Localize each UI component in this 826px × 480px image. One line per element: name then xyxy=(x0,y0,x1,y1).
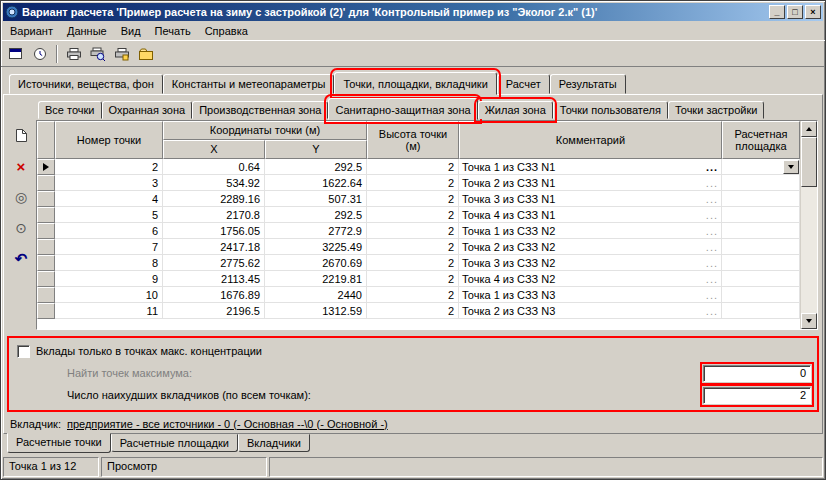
row-selector[interactable] xyxy=(37,223,55,239)
cell-point-number[interactable]: 2 xyxy=(55,159,163,175)
row-selector[interactable] xyxy=(37,287,55,303)
comment-ellipsis-button[interactable]: ... xyxy=(703,161,721,173)
row-selector[interactable] xyxy=(37,239,55,255)
main-tab[interactable]: Расчет xyxy=(497,74,550,94)
cell-height[interactable]: 2 xyxy=(367,303,459,319)
zone-tab[interactable]: Точки застройки xyxy=(668,101,765,119)
cell-point-number[interactable]: 7 xyxy=(55,239,163,255)
scrollbar-thumb[interactable] xyxy=(801,137,817,187)
main-tab[interactable]: Источники, вещества, фон xyxy=(9,74,163,94)
max-points-field[interactable]: 0 xyxy=(703,365,811,382)
zone-tab[interactable]: Все точки xyxy=(38,101,102,119)
cell-y[interactable]: 2440 xyxy=(265,287,367,303)
scroll-down-button[interactable] xyxy=(801,313,817,329)
header-comment[interactable]: Комментарий xyxy=(459,121,722,159)
table-row[interactable]: 10 1676.89 2440 2 Точка 1 из СЗЗ N3 ... … xyxy=(37,287,800,303)
cell-calc-area[interactable] xyxy=(722,175,800,191)
table-row[interactable]: 4 2289.16 507.31 2 Точка 3 из СЗЗ N1 ...… xyxy=(37,191,800,207)
header-point-height[interactable]: Высота точки (м) xyxy=(367,121,459,159)
cell-point-number[interactable]: 3 xyxy=(55,175,163,191)
header-x[interactable]: X xyxy=(163,140,265,159)
scroll-up-button[interactable] xyxy=(801,121,817,137)
cell-height[interactable]: 2 xyxy=(367,239,459,255)
main-tab[interactable]: Константы и метеопараметры xyxy=(163,74,335,94)
cell-point-number[interactable]: 10 xyxy=(55,287,163,303)
cell-comment[interactable]: Точка 4 из СЗЗ N1 ... ... xyxy=(459,207,722,223)
row-selector[interactable] xyxy=(37,207,55,223)
bottom-tab[interactable]: Расчетные площадки xyxy=(111,434,238,452)
cell-comment[interactable]: Точка 1 из СЗЗ N3 ... ... xyxy=(459,287,722,303)
table-row[interactable]: 5 2170.8 292.5 2 Точка 4 из СЗЗ N1 ... .… xyxy=(37,207,800,223)
close-button[interactable]: × xyxy=(805,5,821,19)
table-row[interactable]: 6 1756.05 2772.9 2 Точка 1 из СЗЗ N2 ...… xyxy=(37,223,800,239)
cell-calc-area[interactable] xyxy=(722,159,800,175)
cell-comment[interactable]: Точка 4 из СЗЗ N2 ... ... xyxy=(459,271,722,287)
cell-y[interactable]: 1622.64 xyxy=(265,175,367,191)
cell-calc-area[interactable] xyxy=(722,271,800,287)
cell-comment[interactable]: Точка 3 из СЗЗ N1 ... ... xyxy=(459,191,722,207)
menu-item[interactable]: Вариант xyxy=(3,23,60,39)
area-dropdown-button[interactable] xyxy=(783,160,799,174)
cell-x[interactable]: 2170.8 xyxy=(163,207,265,223)
cell-point-number[interactable]: 8 xyxy=(55,255,163,271)
cell-height[interactable]: 2 xyxy=(367,271,459,287)
main-tab[interactable]: Точки, площадки, вкладчики xyxy=(334,72,496,95)
cell-y[interactable]: 1312.59 xyxy=(265,303,367,319)
cell-point-number[interactable]: 5 xyxy=(55,207,163,223)
header-point-number[interactable]: Номер точки xyxy=(55,121,163,159)
cell-y[interactable]: 2670.69 xyxy=(265,255,367,271)
cell-calc-area[interactable] xyxy=(722,207,800,223)
menu-item[interactable]: Печать xyxy=(148,23,198,39)
cell-y[interactable]: 3225.49 xyxy=(265,239,367,255)
cell-height[interactable]: 2 xyxy=(367,255,459,271)
header-y[interactable]: Y xyxy=(265,140,367,159)
cell-y[interactable]: 2772.9 xyxy=(265,223,367,239)
bottom-tab[interactable]: Вкладчики xyxy=(238,434,310,452)
cell-height[interactable]: 2 xyxy=(367,175,459,191)
cell-y[interactable]: 507.31 xyxy=(265,191,367,207)
cell-calc-area[interactable] xyxy=(722,191,800,207)
cell-comment[interactable]: Точка 2 из СЗЗ N3 ... ... xyxy=(459,303,722,319)
worst-contributors-field[interactable]: 2 xyxy=(703,387,811,404)
add-point-button[interactable] xyxy=(10,124,32,146)
cell-calc-area[interactable] xyxy=(722,223,800,239)
zone-tab[interactable]: Точки пользователя xyxy=(553,101,668,119)
cell-x[interactable]: 1756.05 xyxy=(163,223,265,239)
cell-height[interactable]: 2 xyxy=(367,287,459,303)
cell-x[interactable]: 2775.62 xyxy=(163,255,265,271)
max-concentration-checkbox[interactable] xyxy=(17,345,30,358)
header-calc-area[interactable]: Расчетная площадка xyxy=(722,121,800,159)
cell-x[interactable]: 2417.18 xyxy=(163,239,265,255)
cell-y[interactable]: 2219.81 xyxy=(265,271,367,287)
menu-item[interactable]: Справка xyxy=(198,23,255,39)
row-selector[interactable] xyxy=(37,191,55,207)
row-selector[interactable] xyxy=(37,159,55,175)
scrollbar-track[interactable] xyxy=(801,137,817,313)
row-selector[interactable] xyxy=(37,303,55,319)
cell-height[interactable]: 2 xyxy=(367,207,459,223)
print-icon[interactable] xyxy=(63,43,85,65)
cell-x[interactable]: 2113.45 xyxy=(163,271,265,287)
export-icon[interactable] xyxy=(135,43,157,65)
cell-comment[interactable]: Точка 1 из СЗЗ N2 ... ... xyxy=(459,223,722,239)
cell-height[interactable]: 2 xyxy=(367,159,459,175)
table-row[interactable]: 7 2417.18 3225.49 2 Точка 2 из СЗЗ N2 ..… xyxy=(37,239,800,255)
cell-comment[interactable]: Точка 2 из СЗЗ N2 ... ... xyxy=(459,239,722,255)
menu-item[interactable]: Данные xyxy=(60,23,114,39)
row-selector[interactable] xyxy=(37,255,55,271)
cell-calc-area[interactable] xyxy=(722,239,800,255)
variant-icon[interactable] xyxy=(5,43,27,65)
maximize-button[interactable]: □ xyxy=(787,5,803,19)
table-row[interactable]: 3 534.92 1622.64 2 Точка 2 из СЗЗ N1 ...… xyxy=(37,175,800,191)
cell-calc-area[interactable] xyxy=(722,303,800,319)
cell-calc-area[interactable] xyxy=(722,255,800,271)
table-row[interactable]: 2 0.64 292.5 2 Точка 1 из СЗЗ N1 ... ... xyxy=(37,159,800,175)
zone-tab[interactable]: Санитарно-защитная зона xyxy=(328,98,477,120)
cell-x[interactable]: 2196.5 xyxy=(163,303,265,319)
cell-point-number[interactable]: 4 xyxy=(55,191,163,207)
zone-tab[interactable]: Охранная зона xyxy=(102,101,193,119)
cell-comment[interactable]: Точка 2 из СЗЗ N1 ... ... xyxy=(459,175,722,191)
delete-point-button[interactable]: × xyxy=(10,155,32,177)
cell-x[interactable]: 0.64 xyxy=(163,159,265,175)
cell-y[interactable]: 292.5 xyxy=(265,159,367,175)
